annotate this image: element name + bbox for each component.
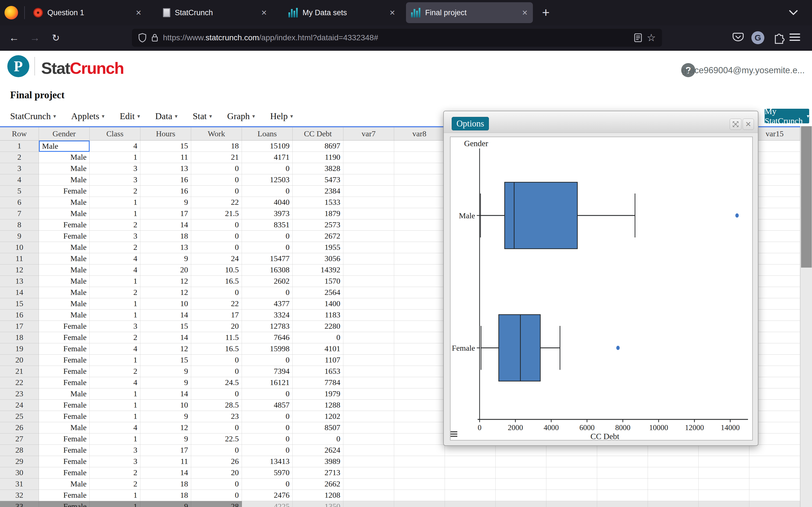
- cell[interactable]: [343, 265, 394, 276]
- cell[interactable]: 0: [191, 174, 242, 186]
- menu-help[interactable]: Help▾: [270, 111, 293, 121]
- cell[interactable]: [394, 253, 445, 265]
- row-number-cell[interactable]: 21: [0, 366, 39, 377]
- cell[interactable]: Female: [39, 501, 90, 507]
- cell[interactable]: 23: [191, 411, 242, 422]
- cell[interactable]: [343, 152, 394, 163]
- cell[interactable]: [394, 490, 445, 501]
- cell[interactable]: 16.5: [191, 276, 242, 287]
- cell[interactable]: [496, 478, 546, 490]
- cell[interactable]: [343, 163, 394, 174]
- browser-tab-final-project[interactable]: Final project✕: [406, 2, 533, 23]
- cell[interactable]: Male: [39, 197, 90, 208]
- cell[interactable]: 14: [140, 388, 191, 400]
- cell[interactable]: Female: [39, 332, 90, 343]
- cell[interactable]: [343, 231, 394, 242]
- cell[interactable]: 20: [140, 265, 191, 276]
- cell[interactable]: 0: [242, 434, 293, 445]
- cell[interactable]: Female: [39, 321, 90, 332]
- cell[interactable]: [343, 377, 394, 388]
- cell[interactable]: [343, 434, 394, 445]
- cell[interactable]: 11: [140, 456, 191, 467]
- cell[interactable]: [343, 140, 394, 152]
- cell[interactable]: 3973: [242, 208, 293, 219]
- url-bar[interactable]: https://www.statcrunch.com/app/index.htm…: [132, 29, 662, 47]
- dialog-resize-handle[interactable]: [451, 430, 457, 438]
- dialog-titlebar[interactable]: [444, 111, 758, 133]
- cell[interactable]: [699, 445, 749, 456]
- cell[interactable]: [394, 152, 445, 163]
- cell[interactable]: Female: [39, 186, 90, 197]
- tracking-shield-icon[interactable]: [138, 33, 147, 43]
- cell[interactable]: Male: [39, 242, 90, 253]
- menu-stat[interactable]: Stat▾: [193, 111, 212, 121]
- cell[interactable]: 1879: [293, 208, 343, 219]
- cell[interactable]: 0: [191, 231, 242, 242]
- row-number-cell[interactable]: 26: [0, 422, 39, 434]
- cell[interactable]: 13413: [242, 456, 293, 467]
- cell[interactable]: 1107: [293, 355, 343, 366]
- cell[interactable]: [394, 343, 445, 355]
- cell[interactable]: 0: [242, 355, 293, 366]
- row-number-cell[interactable]: 6: [0, 197, 39, 208]
- new-tab-button[interactable]: +: [538, 4, 554, 21]
- cell[interactable]: [749, 501, 800, 507]
- cell[interactable]: 0: [191, 219, 242, 231]
- cell[interactable]: 1955: [293, 242, 343, 253]
- cell[interactable]: 21: [191, 152, 242, 163]
- cell[interactable]: 2573: [293, 219, 343, 231]
- options-button[interactable]: Options: [452, 117, 489, 130]
- reader-mode-icon[interactable]: [634, 33, 642, 43]
- pocket-icon[interactable]: [730, 25, 747, 50]
- cell[interactable]: 4: [90, 377, 140, 388]
- cell[interactable]: [546, 467, 597, 478]
- cell[interactable]: [699, 456, 749, 467]
- cell[interactable]: [394, 445, 445, 456]
- cell[interactable]: 2713: [293, 467, 343, 478]
- cell[interactable]: 3: [90, 231, 140, 242]
- cell[interactable]: 15477: [242, 253, 293, 265]
- cell[interactable]: 3: [90, 445, 140, 456]
- cell[interactable]: 0: [191, 388, 242, 400]
- cell[interactable]: [394, 321, 445, 332]
- cell[interactable]: Male: [39, 152, 90, 163]
- cell[interactable]: [394, 366, 445, 377]
- cell[interactable]: 5473: [293, 174, 343, 186]
- cell[interactable]: [343, 366, 394, 377]
- cell[interactable]: Female: [39, 411, 90, 422]
- cell[interactable]: 7394: [242, 366, 293, 377]
- cell[interactable]: 1202: [293, 411, 343, 422]
- column-header-work[interactable]: Work: [191, 127, 242, 140]
- cell[interactable]: [343, 411, 394, 422]
- cell[interactable]: [749, 456, 800, 467]
- row-number-cell[interactable]: 11: [0, 253, 39, 265]
- cell[interactable]: 10: [140, 400, 191, 411]
- cell[interactable]: 7784: [293, 377, 343, 388]
- cell[interactable]: [699, 478, 749, 490]
- tab-close-icon[interactable]: ✕: [136, 9, 142, 17]
- cell[interactable]: [394, 501, 445, 507]
- column-header-var7[interactable]: var7: [343, 127, 394, 140]
- cell[interactable]: [343, 343, 394, 355]
- list-all-tabs-chevron-icon[interactable]: [787, 8, 800, 17]
- extensions-puzzle-icon[interactable]: [770, 25, 787, 50]
- menu-statcrunch[interactable]: StatCrunch▾: [10, 111, 56, 121]
- cell[interactable]: 3: [90, 174, 140, 186]
- cell[interactable]: [749, 467, 800, 478]
- cell[interactable]: 16308: [242, 265, 293, 276]
- row-number-cell[interactable]: 29: [0, 456, 39, 467]
- row-number-cell[interactable]: 32: [0, 490, 39, 501]
- cell[interactable]: 13: [140, 163, 191, 174]
- column-header-gender[interactable]: Gender: [39, 127, 90, 140]
- cell[interactable]: 10.5: [191, 265, 242, 276]
- cell[interactable]: [445, 478, 496, 490]
- hamburger-menu-icon[interactable]: [790, 25, 806, 50]
- cell[interactable]: 9: [140, 253, 191, 265]
- row-number-cell[interactable]: 15: [0, 298, 39, 309]
- cell[interactable]: Female: [39, 231, 90, 242]
- cell[interactable]: 12: [140, 422, 191, 434]
- dialog-close-button[interactable]: ✕: [743, 119, 754, 130]
- cell[interactable]: [546, 456, 597, 467]
- cell[interactable]: 14: [140, 467, 191, 478]
- row-number-cell[interactable]: 19: [0, 343, 39, 355]
